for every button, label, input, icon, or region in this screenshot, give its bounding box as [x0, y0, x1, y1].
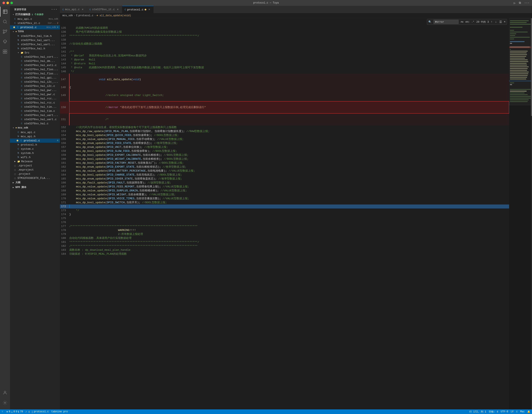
- status-line-ending[interactable]: LF: [511, 410, 514, 414]
- file-hal-uart-h1[interactable]: h stm32f0xx_hal_uart...: [10, 38, 60, 42]
- file-hal-gpi[interactable]: C stm32f0xx_hal_gpi...: [10, 76, 60, 80]
- mcu-sdk-protocol-c[interactable]: C protocol.c 4: [10, 138, 60, 143]
- status-language[interactable]: c: [516, 410, 518, 414]
- status-bar: ⑂ ⊗ 6 △ 0 0 ℹ 70 ✓ c | protocol.c tabnin…: [0, 409, 532, 414]
- section-tuya[interactable]: ▾ ● TUYA: [10, 29, 60, 34]
- file-hal-rcc-ex[interactable]: C stm32f0xx_hal_rcc...: [10, 96, 60, 101]
- file-hal-rcc[interactable]: C stm32f0xx_hal_rcc.c: [10, 101, 60, 105]
- file-stm32-fla[interactable]: ⬚ STM32F030C8TX_FLA...: [10, 176, 60, 180]
- find-whole-word[interactable]: ab|: [465, 19, 470, 24]
- maximize-button[interactable]: [10, 2, 13, 4]
- file-project[interactable]: ⬚ .project: [10, 172, 60, 176]
- folder-release[interactable]: ▶ 📁 Release: [10, 159, 60, 164]
- minimap[interactable]: [509, 18, 532, 409]
- table-row: 143 * @param Null: [60, 58, 509, 62]
- find-prev-button[interactable]: ↑: [490, 20, 493, 24]
- file-hal-exti[interactable]: C stm32f0xx_hal_exti.c: [10, 63, 60, 67]
- mcu-sdk-mcu-api-c[interactable]: C mcu_api.c: [10, 130, 60, 134]
- file-hal-tim[interactable]: C stm32f0xx_hal_tim.c: [10, 109, 60, 113]
- find-input[interactable]: [434, 20, 458, 24]
- tab-close-button[interactable]: ×: [116, 8, 119, 11]
- mcu-sdk-system-h[interactable]: h system.h: [10, 151, 60, 155]
- mcu-sdk-mcu-api-h[interactable]: h mcu_api.h: [10, 134, 60, 138]
- mcu-sdk-wifi-h[interactable]: h wifi.h: [10, 155, 60, 159]
- open-file-mcu-api[interactable]: C mcu_api.c mcu_sdk: [10, 17, 60, 21]
- svg-rect-4: [3, 50, 5, 51]
- activity-settings[interactable]: [0, 398, 10, 408]
- code-content[interactable]: 135 此函数为MCU内部必须调用 136 用户也可调用此函数实现全部数据上报 …: [60, 18, 509, 409]
- file-hal-c[interactable]: C stm32f0xx_hal.c: [10, 121, 60, 125]
- file-hal-uart-ex[interactable]: C stm32f0xx_hal_uart...: [10, 113, 60, 117]
- breadcrumb-part[interactable]: protocol.c: [78, 14, 94, 17]
- file-hal-tim-h[interactable]: h stm32f0xx_hal_tim.h: [10, 34, 60, 38]
- activity-debug[interactable]: [0, 37, 10, 47]
- sidebar-more-button[interactable]: ···: [51, 8, 57, 11]
- activity-search[interactable]: [0, 17, 10, 27]
- status-encoding[interactable]: UTF-8: [501, 410, 508, 414]
- status-os[interactable]: Mac: [520, 410, 525, 414]
- find-settings-button[interactable]: ☰: [499, 20, 503, 24]
- table-row: 148 {: [60, 85, 509, 89]
- find-regex[interactable]: .*: [471, 19, 475, 24]
- status-branch[interactable]: ⑂: [2, 410, 4, 413]
- tab-stm32-it[interactable]: C stm32f0xx_it.c ×: [87, 6, 122, 13]
- find-close-button[interactable]: ×: [504, 20, 505, 24]
- file-hal-uart-c[interactable]: C stm32f0xx_hal_uart.c: [10, 117, 60, 121]
- file-hal-cort[interactable]: C stm32f0xx_hal_cort...: [10, 55, 60, 59]
- run-button[interactable]: ▷: [514, 1, 515, 5]
- section-mcu-sdk[interactable]: ▾ ● mcu_sdk: [10, 125, 60, 130]
- sidebar-content[interactable]: ▾ 打开的编辑器 1 个未保存 C mcu_api.c mcu_sdk C st…: [10, 12, 60, 409]
- open-file-stm32-it[interactable]: C stm32f0xx_it.c Cor... 2: [10, 21, 60, 25]
- file-icon: ⬚: [13, 172, 17, 175]
- find-next-button[interactable]: ↓: [494, 20, 497, 24]
- activity-explorer[interactable]: [0, 7, 10, 17]
- status-position[interactable]: 行 172, 列 1: [469, 410, 486, 414]
- file-mxproject[interactable]: ⬚ .mxproject: [10, 168, 60, 172]
- find-label: 🔍: [428, 20, 431, 24]
- close-button[interactable]: [2, 2, 5, 4]
- tab-protocol[interactable]: C protocol.c ×: [122, 6, 154, 13]
- folder-src[interactable]: ▾ 📁 Src: [10, 51, 60, 55]
- activity-account[interactable]: [0, 388, 10, 398]
- minimize-button[interactable]: [6, 2, 9, 4]
- find-bar[interactable]: 🔍 Aa ab| .* 29 中的 3 ↑ ↓ ☰ ×: [427, 19, 507, 25]
- file-hal-pwr-ex[interactable]: C stm32f0xx_hal_pwr...: [10, 88, 60, 92]
- table-row: 136 用户也可调用此函数实现全部数据上报: [60, 30, 509, 34]
- tab-close-button[interactable]: ×: [81, 8, 84, 11]
- c-file-icon: C: [20, 114, 23, 117]
- status-spaces[interactable]: 空格: 4: [489, 410, 498, 414]
- file-cproject[interactable]: ⬚ .cproject: [10, 164, 60, 168]
- file-hal-flas2[interactable]: C stm32f0xx_hal_flas...: [10, 71, 60, 76]
- status-tabnine[interactable]: tabnine pro: [51, 410, 68, 413]
- tab-label: mcu_api.c: [65, 8, 80, 11]
- section-open-editors[interactable]: ▾ 打开的编辑器 1 个未保存: [10, 12, 60, 17]
- mcu-sdk-system-c[interactable]: C system.c: [10, 147, 60, 151]
- file-hal-uart-h2[interactable]: h stm32f0xx_hal_uart...: [10, 42, 60, 47]
- file-hal-h[interactable]: h stm32f0xx_hal.h: [10, 47, 60, 51]
- tab-mcu-api[interactable]: C mcu_api.c ×: [60, 6, 87, 13]
- file-hal-pwr[interactable]: C stm32f0xx_hal_pwr.c: [10, 92, 60, 96]
- find-case-sensitive[interactable]: Aa: [460, 19, 464, 24]
- file-hal-flas1[interactable]: C stm32f0xx_hal_flas...: [10, 67, 60, 71]
- unsaved-dot: [17, 140, 18, 141]
- split-editor-button[interactable]: ⧉: [519, 1, 521, 5]
- file-hal-i2c-ex[interactable]: C stm32f0xx_hal_i2c_...: [10, 80, 60, 84]
- section-outline[interactable]: ▶ NPM 脚本: [10, 185, 60, 190]
- breadcrumb-function[interactable]: ⊕ all_data_update(void): [96, 14, 131, 17]
- status-errors[interactable]: ⊗ 6 △ 0 0 ℹ 70: [6, 410, 23, 413]
- activity-extensions[interactable]: [0, 47, 10, 57]
- more-actions-button[interactable]: ···: [524, 1, 530, 5]
- status-notifications[interactable]: 🔔: [527, 410, 530, 414]
- c-file-icon: C: [17, 147, 20, 151]
- open-file-protocol[interactable]: C protocol.c mcu_sdk 4: [10, 25, 60, 29]
- file-hal-i2c[interactable]: C stm32f0xx_hal_i2c.c: [10, 84, 60, 88]
- tab-close-button[interactable]: ×: [148, 8, 151, 11]
- section-npm[interactable]: ▶ 大纲: [10, 180, 60, 185]
- mcu-sdk-protocol-h[interactable]: h protocol.h: [10, 143, 60, 147]
- status-check[interactable]: ✓ c | protocol.c: [25, 410, 49, 413]
- tab-icon: C: [89, 8, 91, 11]
- file-hal-dm[interactable]: C stm32f0xx_hal_dm...: [10, 59, 60, 63]
- file-hal-tim-ex[interactable]: C stm32f0xx_hal_tim...: [10, 105, 60, 109]
- activity-source-control[interactable]: [0, 27, 10, 37]
- breadcrumb-part[interactable]: mcu_sdk: [62, 14, 73, 17]
